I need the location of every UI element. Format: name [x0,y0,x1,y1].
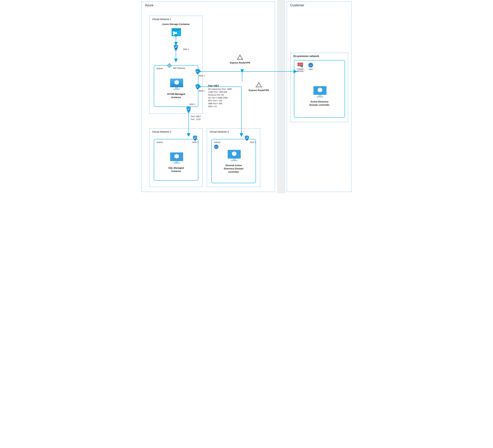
svg-rect-10 [175,161,178,163]
region-title-azure: Azure [145,3,154,7]
svg-point-31 [256,86,257,88]
dns-label: DNS [308,68,313,70]
peer-vnet-line-5: SMB Port = 445 [208,102,232,105]
svg-rect-3 [173,32,175,33]
svg-point-30 [261,86,262,88]
region-separator [277,0,285,193]
peer-vnet-line-4: RPC Port = 135 [208,99,232,102]
peer-vnet-title: Peer vNET [208,84,232,88]
firewall-icon [298,63,303,67]
express-route-label-1: Express Route/VPN [230,62,250,64]
peer-vnet-line-1: LDAP Port : 389/ 636 [208,91,232,94]
peer-vnet-line-3: GC Port = 3268/ 3269 [208,97,232,99]
svg-rect-23 [317,96,323,97]
svg-rect-1 [172,28,181,30]
svg-rect-11 [173,163,180,164]
storage-title: Azure Storage Container [162,23,190,25]
nat-gateway-icon [167,63,172,68]
scom-label: SCOM Managed Instance [167,93,185,99]
subnet-vnet1: Subnet NAT Gateway [154,65,198,107]
peer-vnet-line-2: Kerberos Port :88 [208,94,232,97]
nsg1-label-d: NSG 1 [190,103,195,105]
svg-rect-7 [175,87,178,89]
peer-vnet-line-0: AD webservice Port : 9389 [208,88,232,91]
peer-vnet-line-6: DNS = 52 [208,105,232,108]
addc-label: Desired Active Directory Domain controll… [224,164,243,173]
vnet-2-title: Virtual Network 2 [152,130,171,133]
svg-point-18 [301,65,303,67]
express-route-icon-2 [256,82,262,88]
storage-icon [171,27,182,38]
vnet-3-title: Virtual Network 3 [210,130,229,133]
dns-icon: DNS [308,63,313,68]
nsg1-label-c: NSG 1 [199,90,205,92]
nsg1-label-a: NSG 1 [183,48,189,50]
svg-point-25 [239,55,241,56]
region-customer: Customer On-premises network Firewall/ g… [287,1,351,192]
firewall-label: Firewall/ gateway [297,68,303,72]
sql-monitor-icon [170,152,183,164]
onprem-network: On-premises network Firewall/ gateway DN… [291,53,348,122]
svg-rect-15 [233,158,236,160]
nat-gateway-label: NAT Gateway [173,67,185,69]
nsg1-label-b: NSG 1 [199,75,205,77]
peer-vnet-ports: Peer vNET AD webservice Port : 9389 LDAP… [208,84,232,108]
subnet-label-1: Subnet [156,67,163,69]
svg-point-29 [258,82,259,83]
vnet-1-title: Virtual Network 1 [152,18,171,21]
express-route-label-2: Express Route/VPN [249,89,269,92]
peer-sql-ports: Peer VNET Port : 1233 [191,115,201,121]
nsg2-label: NSG 2 [192,141,198,143]
nsg3-label: NSG 3 [250,141,256,143]
scom-monitor-icon [170,78,183,90]
sql-label: SQL Managed Instance [168,167,184,172]
svg-point-26 [242,59,243,60]
subnet-vnet2: Subnet SQL Managed Instance NSG 2 [154,139,198,181]
onprem-monitor-icon [313,86,327,98]
peer-sql-title: Peer VNET [191,115,201,118]
onprem-title: On-premises network [293,55,319,57]
svg-text:DNS: DNS [215,146,218,148]
region-title-customer: Customer [290,3,304,7]
svg-rect-22 [319,95,321,96]
onprem-addc-label: Active Directory Domain controller [309,100,329,106]
vnet-2: Virtual Network 2 Subnet SQL Managed Ins… [149,128,203,187]
subnet-onprem: Firewall/ gateway DNS DNS [294,60,345,118]
vnet-1: Virtual Network 1 Azure Storage Containe… [149,16,203,113]
peer-sql-line: Port : 1233 [191,118,201,121]
svg-text:DNS: DNS [309,65,312,66]
addc-monitor-icon [227,149,241,161]
vnet-3: Virtual Network 3 Subnet DNS Desired Act… [207,128,260,187]
subnet-label-3: Subnet [214,141,220,143]
svg-rect-2 [173,32,177,35]
subnet-label-2: Subnet [156,141,163,143]
svg-rect-16 [231,160,237,161]
svg-rect-8 [173,89,180,90]
subnet-vnet3: Subnet DNS Desired Active Directory Doma… [211,139,256,183]
svg-point-27 [237,59,238,60]
dns-badge-icon: DNS [214,145,219,149]
express-route-icon-1 [237,55,243,60]
